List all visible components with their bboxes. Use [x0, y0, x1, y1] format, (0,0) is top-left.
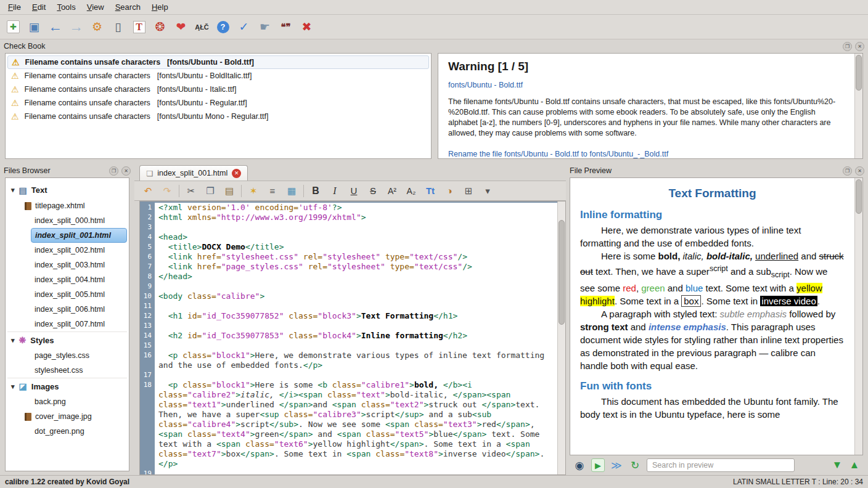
tools-icon[interactable]: ⚙	[88, 17, 107, 36]
smarten-quotes-icon[interactable]: ❝❞	[276, 17, 295, 36]
tree-section-text[interactable]: ▾▤Text	[7, 182, 127, 198]
fonts-icon[interactable]: Tt	[423, 184, 438, 198]
find-prev-icon[interactable]: ▲	[847, 458, 862, 473]
menu-search[interactable]: Search	[110, 1, 146, 14]
scrollbar-thumb[interactable]	[856, 179, 862, 214]
tree-section-styles[interactable]: ▾❋Styles	[7, 331, 127, 348]
code-line[interactable]: 15	[140, 341, 557, 351]
menu-help[interactable]: Help	[146, 1, 174, 14]
list-icon[interactable]: ≡	[265, 184, 280, 198]
redo-icon[interactable]: ↷	[160, 184, 174, 198]
announce-icon[interactable]: ☛	[255, 17, 274, 36]
spell-check-icon[interactable]: ✓	[234, 17, 253, 36]
subscript-icon[interactable]: A₂	[404, 184, 419, 198]
run-preview-icon[interactable]: ▶	[591, 458, 605, 473]
code-line[interactable]: 5 <title>DOCX Demo</title>	[140, 242, 557, 252]
strikethrough-icon[interactable]: S	[366, 184, 380, 198]
code-line[interactable]: 1<?xml version='1.0' encoding='utf-8'?>	[140, 203, 557, 213]
italic-icon[interactable]: I	[327, 184, 342, 198]
code-line[interactable]: 12 <h1 id="id_Toc359077852" class="block…	[140, 311, 557, 321]
check-book-icon[interactable]: ❂	[150, 17, 170, 36]
detach-preview-icon[interactable]: ◉	[572, 458, 587, 473]
warning-file-link[interactable]: fonts/Ubuntu - Bold.ttf	[448, 81, 845, 89]
code-editor[interactable]: 1<?xml version='1.0' encoding='utf-8'?>2…	[139, 201, 566, 475]
file-item[interactable]: index_split_005.html	[31, 287, 127, 302]
tab-close-icon[interactable]: ✕	[232, 169, 241, 178]
undock-icon[interactable]: ❐	[843, 42, 852, 51]
insert-special-icon[interactable]: ✶	[246, 184, 261, 198]
color-icon[interactable]: ◑	[442, 184, 457, 198]
code-line[interactable]: 16 <p class="block1">Here, we demonstrat…	[140, 351, 557, 370]
preview-scrollbar[interactable]	[854, 178, 862, 455]
file-item[interactable]: index_split_002.html	[31, 243, 127, 258]
overflow-icon[interactable]: ▾	[480, 184, 495, 198]
code-line[interactable]: 7 <link href="page_styles.css" rel="styl…	[140, 262, 557, 272]
preview-content[interactable]: Text FormattingInline formattingHere, we…	[570, 178, 854, 455]
find-next-icon[interactable]: ▼	[830, 458, 845, 473]
menu-file[interactable]: File	[2, 1, 27, 14]
table-icon[interactable]: ⊞	[461, 184, 476, 198]
warning-rename-link[interactable]: Rename the file fonts/Ubuntu - Bold.ttf …	[448, 150, 845, 158]
code-line[interactable]: 19	[140, 469, 557, 474]
warning-list[interactable]: ⚠Filename contains unsafe characters[fon…	[5, 53, 432, 159]
image-icon[interactable]: ▦	[284, 184, 299, 198]
code-line[interactable]: 17	[140, 370, 557, 380]
code-line[interactable]: 8</head>	[140, 272, 557, 282]
warning-row[interactable]: ⚠Filename contains unsafe characters[fon…	[7, 55, 429, 69]
code-line[interactable]: 14 <h2 id="id_Toc359077853" class="block…	[140, 331, 557, 341]
editor-scrollbar[interactable]	[557, 201, 565, 474]
debug-preview-icon[interactable]: ≫	[609, 458, 624, 473]
warning-row[interactable]: ⚠Filename contains unsafe characters[fon…	[7, 69, 429, 83]
code-line[interactable]: 13	[140, 321, 557, 331]
code-line[interactable]: 3	[140, 222, 557, 232]
file-item[interactable]: index_split_003.html	[31, 258, 127, 272]
donate-icon[interactable]: ❤	[171, 17, 190, 36]
help-icon[interactable]: ?	[213, 17, 232, 36]
warning-row[interactable]: ⚠Filename contains unsafe characters[fon…	[7, 83, 429, 96]
file-item[interactable]: index_split_006.html	[31, 302, 127, 317]
underline-icon[interactable]: U	[346, 184, 361, 198]
cut-icon[interactable]: ✂	[184, 184, 199, 198]
save-icon[interactable]: ▣	[25, 17, 44, 36]
close-icon[interactable]: ✕	[121, 166, 131, 176]
file-item[interactable]: dot_green.png	[31, 424, 127, 439]
code-line[interactable]: 9	[140, 282, 557, 291]
superscript-icon[interactable]: A²	[385, 184, 399, 198]
special-characters-icon[interactable]: ĄŁČ	[192, 17, 211, 36]
remove-unused-icon[interactable]: ✖	[297, 17, 316, 36]
file-item[interactable]: cover_image.jpg	[21, 409, 127, 424]
tree-section-images[interactable]: ▾◪Images	[7, 378, 127, 394]
refresh-preview-icon[interactable]: ↻	[628, 458, 642, 473]
code-area[interactable]: 1<?xml version='1.0' encoding='utf-8'?>2…	[140, 201, 557, 474]
forward-icon[interactable]: →	[67, 17, 86, 36]
copy-icon[interactable]: ❐	[203, 184, 218, 198]
scrollbar-thumb[interactable]	[559, 220, 565, 325]
warning-row[interactable]: ⚠Filename contains unsafe characters[fon…	[7, 96, 429, 110]
text-mode-icon[interactable]: T	[129, 17, 149, 36]
file-item[interactable]: index_split_001.html	[31, 228, 127, 243]
code-line[interactable]: 10<body class="calibre">	[140, 291, 557, 301]
file-item[interactable]: titlepage.xhtml	[21, 198, 127, 213]
file-item[interactable]: page_styles.css	[31, 348, 127, 363]
tab-index-split-001[interactable]: ❏ index_split_001.html ✕	[139, 165, 248, 181]
warning-scrollbar[interactable]	[854, 54, 862, 158]
menu-view[interactable]: View	[81, 1, 110, 14]
file-item[interactable]: index_split_007.html	[31, 317, 127, 331]
code-line[interactable]: 6 <link href="stylesheet.css" rel="style…	[140, 252, 557, 262]
close-icon[interactable]: ✕	[855, 166, 864, 176]
back-icon[interactable]: ←	[46, 17, 65, 36]
undock-icon[interactable]: ❐	[843, 166, 852, 176]
menu-tools[interactable]: Tools	[51, 1, 81, 14]
file-item[interactable]: index_split_000.html	[31, 213, 127, 228]
device-icon[interactable]: ▯	[108, 17, 128, 36]
paste-icon[interactable]: ▤	[222, 184, 237, 198]
code-line[interactable]: 2<html xmlns="http://www.w3.org/1999/xht…	[140, 213, 557, 222]
undock-icon[interactable]: ❐	[109, 166, 118, 176]
close-icon[interactable]: ✕	[855, 42, 864, 51]
file-item[interactable]: stylesheet.css	[31, 363, 127, 378]
menu-edit[interactable]: Edit	[27, 1, 51, 14]
code-line[interactable]: 11	[140, 301, 557, 311]
warning-row[interactable]: ⚠Filename contains unsafe characters[fon…	[7, 110, 429, 123]
files-tree[interactable]: ▾▤Texttitlepage.xhtmlindex_split_000.htm…	[5, 177, 129, 471]
preview-search-input[interactable]	[647, 458, 795, 472]
